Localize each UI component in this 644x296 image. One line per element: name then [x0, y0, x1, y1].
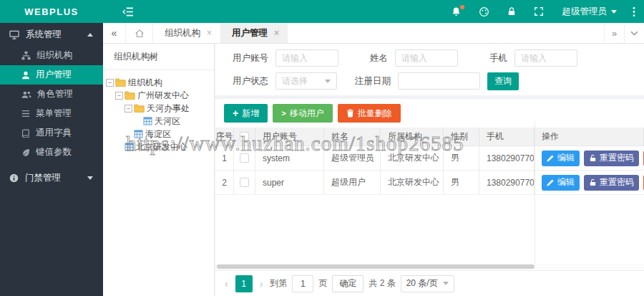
tree-node-label: 天河区: [155, 115, 180, 128]
reset-password-button-label: 重置密码: [600, 152, 634, 164]
sidebar-item-4[interactable]: 通用字典: [0, 123, 103, 143]
sidebar-item-label: 组织机构: [36, 49, 72, 62]
prev-page-icon[interactable]: ‹: [223, 278, 230, 290]
next-page-icon[interactable]: ›: [258, 278, 265, 290]
edit-button-label: 编辑: [557, 152, 575, 164]
table-cell-6: 13802907704: [479, 171, 535, 195]
user-icon: [21, 71, 30, 80]
search-button[interactable]: 查询: [487, 72, 519, 90]
sidebar-section-system[interactable]: 系统管理: [0, 23, 103, 46]
tree-expand-toggle[interactable]: −: [115, 92, 123, 100]
brand-logo: WEBPLUS: [0, 6, 103, 17]
lock-screen-icon[interactable]: [498, 0, 525, 23]
batch-delete-button[interactable]: 批量删除: [338, 104, 401, 123]
caret-down-icon: [87, 176, 93, 180]
tree-expand-toggle[interactable]: −: [106, 79, 114, 87]
phone-input[interactable]: [514, 49, 577, 67]
name-input[interactable]: [395, 49, 458, 67]
row-checkbox[interactable]: [240, 153, 249, 163]
select-all-checkbox[interactable]: [240, 132, 249, 141]
tabs-dropdown-icon[interactable]: [624, 23, 644, 43]
table-cell-2: system: [255, 146, 324, 171]
current-page-button[interactable]: 1: [235, 275, 253, 292]
fixed-column-divider: [535, 121, 535, 266]
total-count-label: 共 2 条: [369, 277, 395, 290]
tree-node-3[interactable]: 天河区: [106, 115, 211, 128]
table-header-cell-1: [234, 128, 255, 146]
page-unit-label: 页: [318, 277, 327, 290]
pencil-icon: [547, 154, 555, 162]
table-header-cell-4: 所属机构: [381, 128, 444, 146]
tab-close-icon[interactable]: ×: [274, 28, 279, 38]
horizontal-scrollbar-handle[interactable]: [217, 264, 535, 269]
table-cell-3: 超级用户: [324, 171, 381, 195]
table-header-cell-7: 操作: [535, 128, 644, 146]
goto-page-input[interactable]: [292, 275, 313, 292]
sidebar: 系统管理组织机构用户管理角色管理菜单管理通用字典键值参数门禁管理: [0, 23, 103, 296]
tree-node-2[interactable]: −天河办事处: [106, 102, 211, 115]
tree-node-label: 组织机构: [128, 77, 162, 89]
sidebar-section-access[interactable]: 门禁管理: [0, 166, 103, 189]
user-menu[interactable]: 超级管理员: [552, 0, 625, 23]
move-user-button[interactable]: >移动用户: [273, 104, 332, 123]
edit-button[interactable]: 编辑: [542, 175, 580, 191]
chevron-right-icon: >: [281, 110, 286, 118]
regdate-input[interactable]: [398, 72, 480, 90]
sidebar-item-3[interactable]: 菜单管理: [0, 104, 103, 123]
reset-password-button[interactable]: 重置密码: [584, 175, 639, 191]
sidebar-item-0[interactable]: 组织机构: [0, 46, 103, 65]
sidebar-item-label: 键值参数: [36, 146, 72, 158]
tab-0[interactable]: 组织机构×: [153, 23, 220, 43]
unlock-icon: [589, 178, 597, 186]
status-select[interactable]: 请选择: [275, 72, 337, 90]
add-button[interactable]: +新增: [224, 104, 268, 123]
tree-expand-toggle[interactable]: −: [125, 105, 132, 113]
user-name: 超级管理员: [562, 6, 608, 18]
info-circle-icon: [9, 173, 19, 183]
sidebar-item-5[interactable]: 键值参数: [0, 143, 103, 162]
tab-1[interactable]: 用户管理×: [220, 23, 288, 43]
row-checkbox[interactable]: [240, 178, 249, 187]
tree-node-4[interactable]: 海淀区: [106, 128, 211, 140]
sidebar-item-label: 角色管理: [37, 88, 73, 100]
folder-icon: [134, 104, 145, 113]
tab-close-icon[interactable]: ×: [207, 28, 212, 38]
home-tab-icon[interactable]: [126, 23, 153, 43]
tree-node-1[interactable]: −广州研发中心: [106, 89, 211, 102]
users-icon: [21, 90, 31, 99]
table-cell-1: [234, 146, 255, 171]
phone-label: 手机: [489, 52, 507, 65]
sidebar-toggle-icon[interactable]: [122, 7, 134, 16]
account-field-group: 用户账号: [233, 49, 338, 67]
tabs-forward-icon[interactable]: »: [604, 23, 624, 43]
confirm-page-button[interactable]: 确定: [332, 275, 364, 292]
sidebar-item-2[interactable]: 角色管理: [0, 85, 103, 104]
page-size-select[interactable]: 20 条/页: [401, 275, 454, 292]
sidebar-item-1[interactable]: 用户管理: [0, 65, 103, 85]
table-cell-5: 男: [444, 146, 479, 171]
tree-node-5[interactable]: 北京研发中心: [106, 140, 211, 153]
edit-button[interactable]: 编辑: [542, 151, 580, 166]
caret-up-icon: [87, 33, 93, 37]
reset-password-button[interactable]: 重置密码: [584, 151, 639, 166]
tabs-collapse-icon[interactable]: «: [103, 23, 126, 43]
folder-icon: [115, 78, 126, 87]
regdate-label: 注册日期: [355, 75, 391, 87]
menu-list-icon: [21, 110, 30, 118]
pagination-bar: ‹ 1 › 到第 页 确定 共 2 条 20 条/页: [215, 270, 644, 296]
tree-node-label: 天河办事处: [147, 102, 190, 115]
toolbar: +新增 >移动用户 批量删除: [215, 99, 644, 128]
table-row-0: 1system超级管理员北京研发中心男13802907704编辑重置密码删除: [215, 146, 644, 171]
account-input[interactable]: [275, 49, 338, 67]
edit-button-label: 编辑: [557, 176, 575, 188]
table-header-cell-5: 性别: [444, 128, 479, 146]
plus-icon: +: [233, 108, 238, 118]
table-header-cell-0: 序号: [215, 128, 234, 146]
fullscreen-icon[interactable]: [525, 0, 552, 23]
tree-node-0[interactable]: −组织机构: [106, 76, 211, 89]
theme-palette-icon[interactable]: [470, 0, 498, 23]
main-panel: 用户账号姓名手机 用户状态 请选择 注册日期 查询 +新增 >移动用户 批量删除…: [215, 44, 644, 296]
notifications-bell-icon[interactable]: [442, 0, 470, 23]
more-menu-icon[interactable]: [624, 0, 644, 23]
sidebar-item-label: 通用字典: [36, 127, 72, 139]
